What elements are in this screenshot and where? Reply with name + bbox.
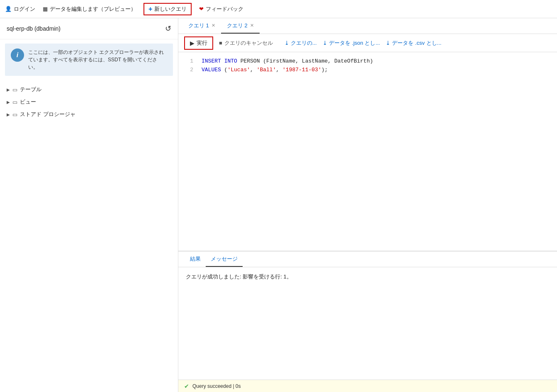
cancel-query-button[interactable]: ■ クエリのキャンセル	[219, 39, 273, 47]
stop-icon: ■	[219, 40, 222, 46]
main-layout: sql-erp-db (dbadmin) ↺ i ここには、一部のオブジェクト …	[0, 18, 557, 392]
result-tab-messages[interactable]: メッセージ	[206, 252, 243, 267]
tree-item-tables-label: テーブル	[20, 86, 41, 93]
result-tab-results[interactable]: 結果	[185, 252, 206, 267]
success-icon: ✔	[184, 383, 189, 390]
new-query-label: 新しいクエリ	[154, 5, 187, 13]
line-content: VALUES ('Lucas', 'Ball', '1987-11-03');	[202, 66, 328, 75]
result-message: クエリが成功しました: 影響を受ける行: 1。	[186, 273, 550, 281]
download-query-button[interactable]: ⤓ クエリの...	[285, 39, 317, 47]
tree-item-procedures[interactable]: ▶ ▭ ストアド プロシージャ	[0, 108, 178, 121]
edit-icon: ▦	[43, 6, 48, 12]
tree-item-views[interactable]: ▶ ▭ ビュー	[0, 96, 178, 108]
run-button[interactable]: ▶ 実行	[184, 36, 213, 50]
result-tabs: 結果 メッセージ	[178, 252, 557, 267]
chevron-right-icon: ▶	[7, 87, 10, 92]
edit-data-label: データを編集します（プレビュー）	[50, 5, 136, 13]
download-csv-button[interactable]: ⤓ データを .csv とし...	[386, 39, 441, 47]
tree-section: ▶ ▭ テーブル ▶ ▭ ビュー ▶ ▭ ストアド プロシージャ	[0, 80, 178, 124]
tree-item-tables[interactable]: ▶ ▭ テーブル	[0, 83, 178, 96]
plus-icon: +	[148, 5, 152, 13]
code-line: 1INSERT INTO PERSON (FirstName, LastName…	[185, 57, 550, 66]
procedure-icon: ▭	[12, 111, 17, 118]
status-message: Query succeeded | 0s	[192, 383, 241, 389]
user-icon: 👤	[5, 6, 12, 12]
login-button[interactable]: 👤 ログイン	[5, 5, 35, 13]
cancel-label: クエリのキャンセル	[224, 39, 273, 47]
sidebar: sql-erp-db (dbadmin) ↺ i ここには、一部のオブジェクト …	[0, 18, 178, 392]
code-line: 2VALUES ('Lucas', 'Ball', '1987-11-03');	[185, 66, 550, 75]
download-csv-icon: ⤓	[386, 40, 390, 46]
tab-query1-label: クエリ 1	[188, 22, 209, 29]
top-toolbar: 👤 ログイン ▦ データを編集します（プレビュー） + 新しいクエリ ❤ フィー…	[0, 0, 557, 18]
code-editor[interactable]: 1INSERT INTO PERSON (FirstName, LastName…	[178, 52, 557, 251]
login-label: ログイン	[14, 5, 35, 13]
sidebar-title: sql-erp-db (dbadmin)	[7, 25, 61, 32]
tab-query2[interactable]: クエリ 2 ✕	[221, 19, 260, 34]
tree-item-procedures-label: ストアド プロシージャ	[20, 111, 75, 118]
download-query-icon: ⤓	[285, 40, 289, 46]
download-json-icon: ⤓	[323, 40, 327, 46]
result-content: クエリが成功しました: 影響を受ける行: 1。	[178, 267, 557, 380]
result-panel: 結果 メッセージ クエリが成功しました: 影響を受ける行: 1。 ✔ Query…	[178, 251, 557, 392]
table-icon: ▭	[12, 87, 17, 93]
feedback-label: フィードバック	[206, 5, 243, 13]
feedback-button[interactable]: ❤ フィードバック	[199, 5, 243, 13]
download-json-button[interactable]: ⤓ データを .json とし...	[323, 39, 380, 47]
line-content: INSERT INTO PERSON (FirstName, LastName,…	[202, 57, 373, 66]
heart-icon: ❤	[199, 6, 204, 12]
tab-query2-close[interactable]: ✕	[250, 23, 254, 28]
edit-data-button[interactable]: ▦ データを編集します（プレビュー）	[43, 5, 136, 13]
tree-item-views-label: ビュー	[20, 98, 36, 106]
query-tabs: クエリ 1 ✕ クエリ 2 ✕	[178, 18, 557, 34]
query-toolbar: ▶ 実行 ■ クエリのキャンセル ⤓ クエリの... ⤓ データを .json …	[178, 34, 557, 52]
view-icon: ▭	[12, 99, 17, 105]
sidebar-header: sql-erp-db (dbadmin) ↺	[0, 18, 178, 39]
line-number: 2	[185, 66, 193, 75]
info-icon: i	[11, 48, 24, 62]
info-box: i ここには、一部のオブジェクト エクスプローラーが表示されています。すべてを表…	[5, 44, 173, 76]
info-text: ここには、一部のオブジェクト エクスプローラーが表示されています。すべてを表示す…	[28, 48, 167, 71]
right-panel: クエリ 1 ✕ クエリ 2 ✕ ▶ 実行 ■ クエリのキャンセル ⤓ クエリの.…	[178, 18, 557, 392]
tab-query2-label: クエリ 2	[227, 22, 248, 29]
download-query-label: クエリの...	[291, 39, 317, 47]
chevron-right-icon-3: ▶	[7, 112, 10, 117]
refresh-icon[interactable]: ↺	[165, 24, 171, 33]
tab-query1-close[interactable]: ✕	[212, 23, 215, 28]
code-editor-area: 1INSERT INTO PERSON (FirstName, LastName…	[178, 52, 557, 251]
download-json-label: データを .json とし...	[329, 39, 380, 47]
tab-query1[interactable]: クエリ 1 ✕	[182, 19, 221, 34]
download-csv-label: データを .csv とし...	[392, 39, 441, 47]
line-number: 1	[185, 57, 193, 66]
play-icon: ▶	[190, 40, 195, 46]
run-label: 実行	[197, 39, 207, 47]
new-query-button[interactable]: + 新しいクエリ	[144, 3, 192, 15]
chevron-right-icon-2: ▶	[7, 100, 10, 104]
status-bar: ✔ Query succeeded | 0s	[178, 380, 557, 392]
